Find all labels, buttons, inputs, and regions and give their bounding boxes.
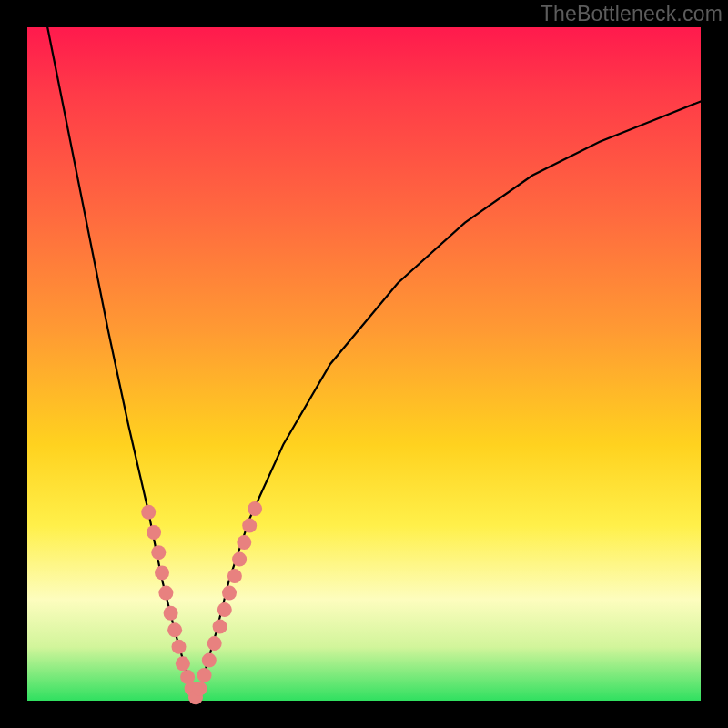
highlight-dot (158, 586, 173, 601)
highlight-dot (141, 505, 156, 520)
watermark-text: TheBottleneck.com (541, 2, 723, 26)
highlight-dot (176, 656, 190, 671)
bottleneck-curve (47, 27, 701, 701)
highlight-dot (197, 668, 212, 682)
highlight-dot (228, 569, 242, 583)
highlight-dot (217, 602, 232, 617)
highlight-dot (188, 690, 203, 704)
highlight-dot (155, 565, 169, 580)
chart-frame: TheBottleneck.com (0, 0, 728, 728)
highlight-dot (207, 636, 222, 651)
highlight-dot (147, 525, 161, 540)
highlight-dot (248, 501, 262, 516)
highlight-dot (232, 552, 247, 567)
highlight-dot (164, 606, 178, 621)
highlight-dot (151, 545, 166, 560)
highlight-dot (167, 622, 182, 637)
highlight-dot (172, 640, 187, 654)
highlight-dot (202, 653, 217, 668)
highlight-dot (213, 620, 228, 634)
plot-area (27, 27, 701, 701)
highlight-dot (222, 586, 237, 601)
highlight-dot (242, 519, 257, 533)
highlight-dot (180, 670, 195, 684)
highlight-dots (141, 501, 262, 704)
highlight-dot (185, 682, 199, 696)
highlight-dot (237, 535, 251, 550)
highlight-dot (192, 682, 207, 696)
curve-svg (27, 27, 701, 701)
